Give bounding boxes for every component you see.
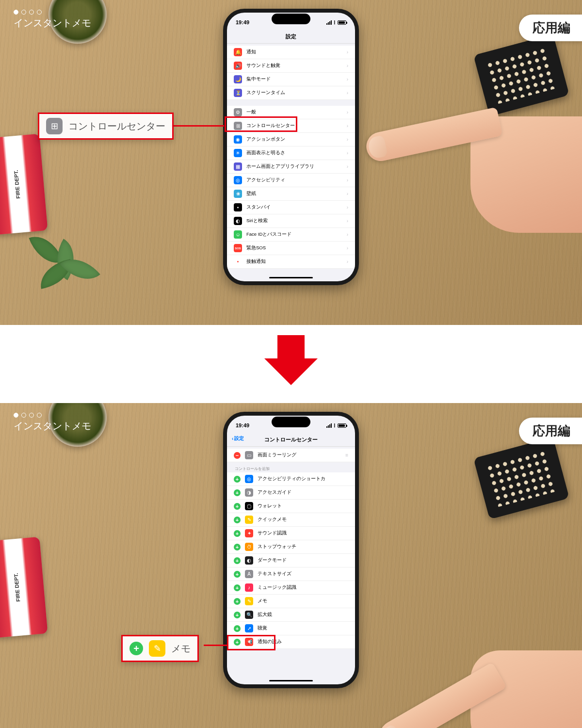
- add-button[interactable]: +: [234, 517, 241, 523]
- add-button[interactable]: +: [234, 571, 241, 578]
- settings-row[interactable]: ⊞コントロールセンター›: [227, 119, 355, 133]
- row-icon: ⏳: [234, 89, 242, 97]
- settings-row[interactable]: ◐Siriと検索›: [227, 214, 355, 228]
- row-label: Face IDとパスコード: [246, 231, 291, 238]
- row-icon: ✦: [245, 529, 253, 537]
- add-button[interactable]: +: [234, 489, 241, 496]
- row-icon: 📢: [245, 638, 253, 646]
- row-label: スクリーンタイム: [246, 90, 285, 96]
- row-icon: ➚: [245, 624, 253, 632]
- chevron-right-icon: ›: [347, 218, 348, 224]
- back-button[interactable]: ‹ 設定: [232, 435, 244, 442]
- row-icon: 🔔: [234, 48, 242, 56]
- add-button[interactable]: +: [234, 612, 241, 618]
- phone-screen-settings: 19:49 ⁞ 設定 🔔通知›🔊サウンドと触覚›🌙集中モード›⏳スクリーンタイム…: [227, 13, 355, 281]
- home-indicator[interactable]: [269, 277, 313, 278]
- step-indicator: インスタントメモ: [14, 10, 91, 30]
- row-label: 画面ミラーリング: [258, 452, 296, 458]
- row-icon: ◑: [245, 488, 253, 497]
- available-control-row[interactable]: +♪ミュージック認識: [227, 581, 355, 595]
- settings-row[interactable]: ☺Face IDとパスコード›: [227, 228, 355, 242]
- row-label: 一般: [246, 109, 256, 115]
- control-center-list[interactable]: −▭画面ミラーリング≡コントロールを追加+◎アクセシビリティのショートカ+◑アク…: [227, 447, 355, 651]
- row-label: メモ: [258, 598, 267, 604]
- row-label: サウンドと触覚: [246, 63, 280, 69]
- row-icon: ◎: [245, 475, 253, 483]
- available-control-row[interactable]: +◑アクセスガイド: [227, 486, 355, 500]
- chevron-right-icon: ›: [347, 164, 348, 169]
- settings-row[interactable]: ⚙一般›: [227, 106, 355, 119]
- add-button[interactable]: +: [234, 544, 241, 550]
- settings-row[interactable]: ◎アクセシビリティ›: [227, 174, 355, 187]
- settings-row[interactable]: SOS緊急SOS›: [227, 242, 355, 255]
- chevron-right-icon: ›: [347, 245, 348, 251]
- settings-row[interactable]: •接触通知›: [227, 255, 355, 269]
- available-control-row[interactable]: +✎クイックメモ: [227, 513, 355, 527]
- add-button[interactable]: +: [234, 476, 241, 483]
- row-icon: ◐: [234, 217, 242, 225]
- row-label: アクセシビリティ: [246, 177, 285, 183]
- add-button[interactable]: +: [234, 598, 241, 605]
- chevron-right-icon: ›: [347, 150, 348, 156]
- available-control-row[interactable]: +🔍拡大鏡: [227, 608, 355, 622]
- row-label: 聴覚: [258, 625, 267, 631]
- available-control-row[interactable]: +⏱ストップウォッチ: [227, 540, 355, 554]
- row-icon: ✎: [245, 516, 253, 524]
- prop-can: [0, 134, 48, 235]
- battery-icon: [338, 20, 346, 25]
- step-divider: [0, 325, 582, 403]
- tutorial-panel-2: インスタントメモ 応用編 + ✎ メモ 19:49 ⁞ ‹ 設定 コ: [0, 403, 582, 728]
- available-control-row[interactable]: +📢通知の読み: [227, 635, 355, 649]
- add-button[interactable]: +: [234, 639, 241, 646]
- category-badge: 応用編: [519, 418, 582, 444]
- add-button[interactable]: +: [234, 584, 241, 591]
- connector-line-1: [171, 125, 224, 127]
- included-control-row[interactable]: −▭画面ミラーリング≡: [227, 449, 355, 462]
- nav-title: ‹ 設定 コントロールセンター: [227, 435, 355, 447]
- status-time: 19:49: [236, 19, 249, 25]
- available-control-row[interactable]: +▢ウォレット: [227, 500, 355, 513]
- add-button[interactable]: +: [234, 530, 241, 537]
- available-control-row[interactable]: +◎アクセシビリティのショートカ: [227, 472, 355, 486]
- prop-box: [473, 34, 569, 116]
- settings-row[interactable]: 🌙集中モード›: [227, 73, 355, 86]
- section-header: コントロールを追加: [227, 462, 355, 472]
- settings-row[interactable]: ⏳スクリーンタイム›: [227, 86, 355, 100]
- wifi-icon: ⁞: [334, 422, 336, 429]
- row-label: テキストサイズ: [258, 571, 291, 577]
- row-icon: ▦: [234, 162, 242, 171]
- row-icon: ☀: [234, 149, 242, 157]
- settings-row[interactable]: ❀壁紙›: [227, 187, 355, 201]
- available-control-row[interactable]: +✎メモ: [227, 595, 355, 608]
- available-control-row[interactable]: +◐ダークモード: [227, 554, 355, 567]
- settings-row[interactable]: ◉アクションボタン›: [227, 133, 355, 146]
- reorder-handle-icon[interactable]: ≡: [345, 453, 348, 458]
- add-button[interactable]: +: [234, 625, 241, 632]
- prop-can: [0, 537, 48, 638]
- remove-button[interactable]: −: [234, 452, 241, 459]
- callout-label: メモ: [171, 642, 191, 655]
- row-icon: ⊞: [234, 122, 242, 130]
- chevron-right-icon: ›: [347, 123, 348, 129]
- add-button[interactable]: +: [234, 503, 241, 510]
- available-control-row[interactable]: +Aテキストサイズ: [227, 567, 355, 581]
- available-control-row[interactable]: +✦サウンド認識: [227, 527, 355, 540]
- chevron-right-icon: ›: [347, 137, 348, 142]
- settings-row[interactable]: ▦ホーム画面とアプリライブラリ›: [227, 160, 355, 174]
- hand-pointing: [364, 612, 582, 728]
- signal-icon: [326, 423, 332, 428]
- chevron-right-icon: ›: [347, 205, 348, 210]
- settings-row[interactable]: ☀画面表示と明るさ›: [227, 146, 355, 160]
- connector-line-2: [204, 645, 228, 646]
- settings-row[interactable]: ▪スタンバイ›: [227, 201, 355, 214]
- settings-list[interactable]: 🔔通知›🔊サウンドと触覚›🌙集中モード›⏳スクリーンタイム›⚙一般›⊞コントロー…: [227, 44, 355, 271]
- home-indicator[interactable]: [269, 680, 313, 681]
- tutorial-panel-1: インスタントメモ 応用編 ⊞ コントロールセンター 19:49 ⁞ 設定 �: [0, 0, 582, 325]
- row-label: 集中モード: [246, 76, 271, 82]
- settings-row[interactable]: 🔊サウンドと触覚›: [227, 59, 355, 73]
- settings-row[interactable]: 🔔通知›: [227, 46, 355, 59]
- row-icon: ◎: [234, 176, 242, 184]
- available-control-row[interactable]: +➚聴覚: [227, 622, 355, 635]
- row-label: ミュージック認識: [258, 584, 296, 591]
- add-button[interactable]: +: [234, 557, 241, 564]
